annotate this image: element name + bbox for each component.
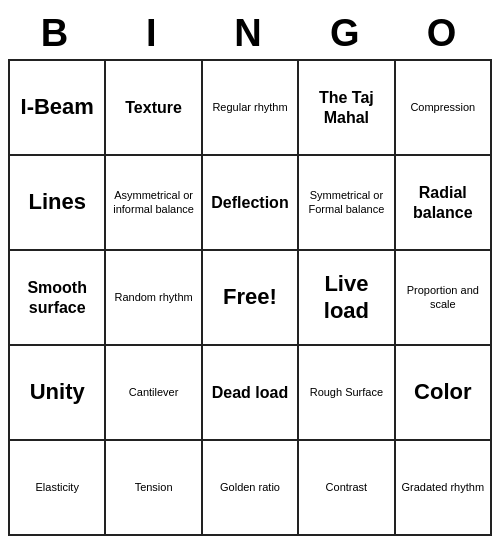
bingo-cell-24[interactable]: Gradated rhythm	[396, 441, 492, 536]
cell-text-7: Deflection	[211, 193, 288, 212]
cell-text-12: Free!	[223, 284, 277, 310]
bingo-cell-5[interactable]: Lines	[10, 156, 106, 251]
cell-text-1: Texture	[125, 98, 182, 117]
bingo-grid: I-BeamTextureRegular rhythmThe Taj Mahal…	[8, 59, 492, 536]
cell-text-10: Smooth surface	[14, 278, 100, 316]
cell-text-5: Lines	[28, 189, 85, 215]
letter-g: G	[298, 12, 395, 55]
bingo-cell-0[interactable]: I-Beam	[10, 61, 106, 156]
cell-text-17: Dead load	[212, 383, 288, 402]
cell-text-6: Asymmetrical or informal balance	[110, 189, 196, 215]
bingo-cell-7[interactable]: Deflection	[203, 156, 299, 251]
letter-i: I	[105, 12, 202, 55]
letter-n: N	[202, 12, 299, 55]
bingo-cell-9[interactable]: Radial balance	[396, 156, 492, 251]
bingo-cell-10[interactable]: Smooth surface	[10, 251, 106, 346]
bingo-cell-13[interactable]: Live load	[299, 251, 395, 346]
cell-text-13: Live load	[303, 271, 389, 324]
bingo-cell-16[interactable]: Cantilever	[106, 346, 202, 441]
bingo-cell-8[interactable]: Symmetrical or Formal balance	[299, 156, 395, 251]
bingo-cell-3[interactable]: The Taj Mahal	[299, 61, 395, 156]
cell-text-15: Unity	[30, 379, 85, 405]
cell-text-4: Compression	[410, 101, 475, 114]
bingo-cell-2[interactable]: Regular rhythm	[203, 61, 299, 156]
bingo-cell-19[interactable]: Color	[396, 346, 492, 441]
bingo-cell-14[interactable]: Proportion and scale	[396, 251, 492, 346]
bingo-cell-22[interactable]: Golden ratio	[203, 441, 299, 536]
bingo-cell-4[interactable]: Compression	[396, 61, 492, 156]
letter-b: B	[8, 12, 105, 55]
bingo-cell-6[interactable]: Asymmetrical or informal balance	[106, 156, 202, 251]
bingo-cell-21[interactable]: Tension	[106, 441, 202, 536]
cell-text-18: Rough Surface	[310, 386, 383, 399]
bingo-cell-11[interactable]: Random rhythm	[106, 251, 202, 346]
cell-text-8: Symmetrical or Formal balance	[303, 189, 389, 215]
bingo-title: B I N G O	[8, 8, 492, 59]
cell-text-2: Regular rhythm	[212, 101, 287, 114]
cell-text-24: Gradated rhythm	[402, 481, 485, 494]
bingo-cell-1[interactable]: Texture	[106, 61, 202, 156]
cell-text-14: Proportion and scale	[400, 284, 486, 310]
cell-text-22: Golden ratio	[220, 481, 280, 494]
cell-text-11: Random rhythm	[114, 291, 192, 304]
cell-text-3: The Taj Mahal	[303, 88, 389, 126]
bingo-cell-12[interactable]: Free!	[203, 251, 299, 346]
cell-text-9: Radial balance	[400, 183, 486, 221]
letter-o: O	[395, 12, 492, 55]
cell-text-21: Tension	[135, 481, 173, 494]
cell-text-19: Color	[414, 379, 471, 405]
cell-text-20: Elasticity	[35, 481, 78, 494]
bingo-cell-23[interactable]: Contrast	[299, 441, 395, 536]
bingo-cell-17[interactable]: Dead load	[203, 346, 299, 441]
cell-text-0: I-Beam	[21, 94, 94, 120]
bingo-cell-20[interactable]: Elasticity	[10, 441, 106, 536]
bingo-cell-18[interactable]: Rough Surface	[299, 346, 395, 441]
cell-text-23: Contrast	[326, 481, 368, 494]
cell-text-16: Cantilever	[129, 386, 179, 399]
bingo-cell-15[interactable]: Unity	[10, 346, 106, 441]
